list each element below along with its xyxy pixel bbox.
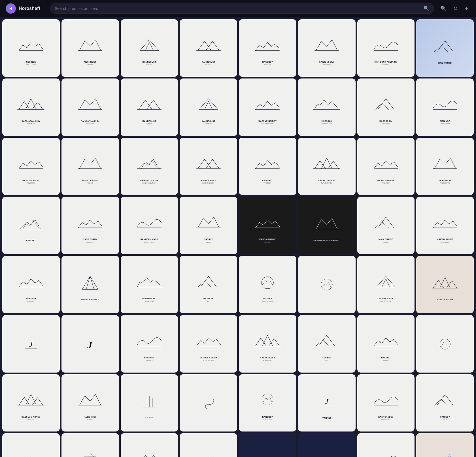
card-inner-40: RASKIY BSINIY	[416, 256, 474, 313]
card-item-25[interactable]: KSINSTY	[2, 197, 60, 254]
card-inner-25: KSINSTY	[2, 197, 60, 254]
card-item-61[interactable]	[239, 433, 296, 457]
card-item-22[interactable]: RANNLY ASSISY PLANT INVSTEE	[298, 138, 356, 195]
card-item-64[interactable]: NASSN KINSY WOKASUN NST	[416, 433, 474, 457]
card-item-29[interactable]: KASSS.INAIINE AIISUINC	[239, 197, 296, 254]
card-item-27[interactable]: RANNSIIY MASS MASNS EATSO	[121, 197, 178, 254]
card-item-2[interactable]: MSSNNDET PANTST	[61, 19, 119, 77]
card-inner-5: RASSNSY BRAALELS	[239, 19, 296, 77]
card-label-34: RANNLY ASSISY	[81, 298, 99, 301]
card-item-40[interactable]: RASKIY BSINIY	[416, 256, 474, 313]
card-item-35[interactable]: KASNSNASSY RLASATAINIS	[121, 256, 178, 313]
card-item-24[interactable]: PANSNINSY AA ONL LAANE	[416, 138, 474, 195]
card-item-51[interactable]: BONIINAINC	[121, 374, 178, 432]
card-item-14[interactable]: HISSSINLY PASSIANT AINS	[298, 78, 356, 136]
card-item-45[interactable]: KASNSNASSY RLASATAINIS	[239, 315, 296, 373]
card-item-54[interactable]: J ITANNNC	[298, 374, 356, 432]
card-label-7: MSN SUNY ASSININY	[375, 61, 397, 63]
card-item-13[interactable]: KASSNK NSINSY RASSIT NCCA4EALL	[239, 78, 296, 136]
card-item-46[interactable]: RANINSY WNIY	[298, 315, 356, 373]
card-sub-3: PANTST	[146, 64, 152, 65]
card-item-6[interactable]: RAISK NSSILY PNNLLESLY	[298, 19, 356, 77]
card-item-7[interactable]: MSN SUNY ASSININY HSALNSIT	[357, 19, 415, 77]
card-item-31[interactable]: MAIN SSAINE PANSINY	[357, 197, 415, 254]
card-item-37[interactable]: TAAANG TAAANG DDARNTATOISS	[239, 256, 296, 313]
mountain-visual-41: J	[11, 329, 51, 358]
card-item-34[interactable]: RANNLY ASSISY	[61, 256, 119, 313]
card-inner-45: KASNSNASSY RLASATAINIS	[239, 315, 296, 373]
card-item-3[interactable]: RANNSSUST PANTST	[121, 19, 178, 77]
search-input[interactable]	[55, 6, 421, 11]
mountain-visual-15	[366, 90, 406, 119]
card-item-17[interactable]: RASSISY AINSY ASLINST NI	[2, 138, 60, 195]
mountain-visual-25	[11, 209, 51, 238]
card-item-12[interactable]: KANNSSUST POATNSE	[180, 78, 237, 136]
mountain-visual-34	[70, 268, 110, 297]
card-item-23[interactable]: HAINS SMANSY ANS LIOST	[357, 138, 415, 195]
card-item-44[interactable]: RANNLY ASSISY PLANT INVSTEE	[180, 315, 237, 373]
card-item-30[interactable]: IKANISNISANST MNOSSIZ	[298, 197, 356, 254]
card-item-16[interactable]: MANINST NUTIN PARSNS	[416, 78, 474, 136]
card-item-42[interactable]: J	[61, 315, 119, 373]
card-item-5[interactable]: RASSNSY BRAALELS	[239, 19, 296, 77]
card-item-49[interactable]: KASSLY Y AIINSY ONNS INS	[2, 374, 60, 432]
card-inner-14: HISSSINLY PASSIANT AINS	[298, 78, 356, 136]
card-item-60[interactable]: NANYSINS ANITY	[180, 433, 237, 457]
card-item-20[interactable]: MSSN WASN S HANNSNIN NSINY	[180, 138, 237, 195]
card-item-43[interactable]: KANSNSY RASSSIBY	[121, 315, 178, 373]
card-inner-21: KASSNSY RASSSIBY	[239, 138, 296, 195]
card-item-9[interactable]: KASSLYWALINSY ELSNIN TU	[2, 78, 60, 136]
card-item-10[interactable]: RAINSNY ALINSY HANSTANSE	[61, 78, 119, 136]
card-inner-2: MSSNNDET PANTST	[61, 19, 119, 77]
mountain-visual-45	[248, 326, 287, 355]
mountain-visual-14	[307, 90, 347, 119]
card-label-9: KASSLYWALINSY	[22, 120, 40, 122]
search-bar[interactable]: 🔍	[50, 3, 434, 14]
card-item-4[interactable]: KANNSSUST WANSYE	[180, 19, 237, 77]
card-sub-21: RASSSIBY	[264, 182, 271, 184]
card-label-2: MSSNNDET	[84, 61, 96, 63]
card-item-39[interactable]: KANNY SSUE ANE INATLETSE	[357, 256, 415, 313]
refresh-button[interactable]: ↻	[452, 4, 459, 13]
card-item-26[interactable]: NANS SSANY ANVINDUSS	[61, 197, 119, 254]
card-item-59[interactable]: KANSSAINLILY RIA SANIISIINIS	[121, 433, 178, 457]
card-item-11[interactable]: KANNSSUST PANTST	[121, 78, 178, 136]
card-item-55[interactable]: KASNSNASSY RLASATAINIS	[357, 374, 415, 432]
mountain-visual-18	[70, 149, 110, 178]
card-item-63[interactable]: KANASNN Y PONSAN STNAS	[357, 433, 415, 457]
card-item-56[interactable]: RANINSY WNIY	[416, 374, 474, 432]
card-item-62[interactable]	[298, 433, 356, 457]
search-button[interactable]: 🔍	[439, 4, 448, 13]
card-item-32[interactable]: MAISNY MNINS ASLLANSE	[416, 197, 474, 254]
card-item-38[interactable]	[298, 256, 356, 313]
card-item-48[interactable]	[416, 315, 474, 373]
card-item-8[interactable]: HAN WANSE	[416, 19, 474, 77]
card-item-57[interactable]: LONINNC	[2, 433, 60, 457]
card-item-41[interactable]: J	[2, 315, 60, 373]
card-label-26: NANS SSANY	[83, 238, 97, 241]
card-item-21[interactable]: KASSNSY RASSSIBY	[239, 138, 296, 195]
card-inner-37: TAAANG TAAANG DDARNTATOISS	[239, 256, 296, 313]
card-item-47[interactable]: PAANNG RAAING	[357, 315, 415, 373]
card-sub-16: NUTIN PARSNS	[440, 123, 450, 125]
card-item-18[interactable]: KASSIYY AISSY A IN NI SI	[61, 138, 119, 195]
mountain-visual-46	[307, 326, 347, 355]
card-item-33[interactable]: KASSNSY RASSSIBY	[2, 256, 60, 313]
mountain-visual-2	[70, 30, 110, 59]
mountain-visual-50	[70, 385, 110, 415]
card-item-1[interactable]: NSSINSE AAALA LALALA	[2, 19, 60, 77]
card-label-15: KASNSSINY	[379, 120, 392, 122]
card-item-58[interactable]: TUINT LORSWINC	[61, 433, 119, 457]
card-item-50[interactable]: NASN ISISY NNNHINY	[61, 374, 119, 432]
card-item-19[interactable]: RANSNS: NILISY RAINSINY NEATINST	[121, 138, 178, 195]
card-item-53[interactable]: KANSNSY RLASATAINIS	[239, 374, 296, 432]
card-inner-51: BONIINAINC	[121, 374, 178, 432]
sparkle-button[interactable]: ✦	[463, 4, 470, 13]
card-item-28[interactable]: NNSIINY NSINES	[180, 197, 237, 254]
card-item-15[interactable]: KASNSSINY PNNSSNIOY	[357, 78, 415, 136]
card-item-52[interactable]	[180, 374, 237, 432]
mountain-visual-27	[129, 208, 169, 237]
card-item-36[interactable]: RANINSY WNIY	[180, 256, 237, 313]
mountain-visual-49	[11, 385, 51, 415]
card-label-21: KASSNSY	[262, 179, 273, 182]
